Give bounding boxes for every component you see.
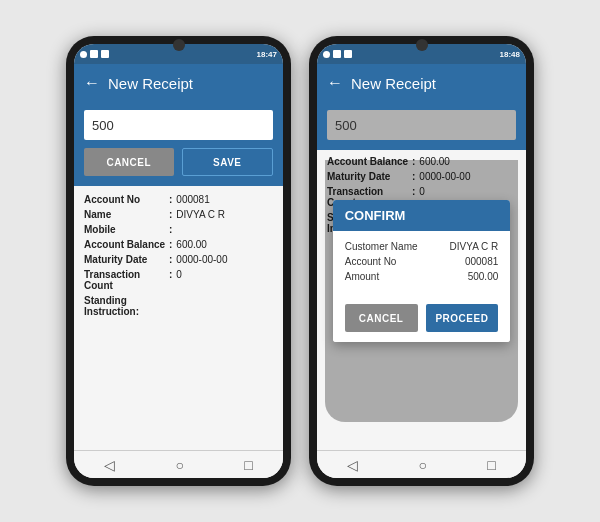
phone2-signal-icon: [323, 51, 330, 58]
account-no-label: Account No: [84, 194, 169, 205]
phone2: 18:48 ← New Receipt 500 Account Balance …: [309, 36, 534, 486]
phone2-back-nav-icon[interactable]: ◁: [347, 457, 358, 473]
phone1-signal-icon: [80, 51, 87, 58]
list-item: Maturity Date : 0000-00-00: [84, 254, 273, 265]
phone1-status-icons-left: [80, 50, 109, 58]
phone1-back-arrow[interactable]: ←: [84, 74, 100, 92]
phone2-recents-nav-icon[interactable]: □: [487, 457, 495, 473]
list-item: Account No : 000081: [84, 194, 273, 205]
phone2-status-icons-left: [323, 50, 352, 58]
txn-count-label: Transaction Count: [84, 269, 169, 291]
confirm-dialog-title: CONFIRM: [333, 200, 511, 231]
phone1-home-nav-icon[interactable]: ○: [176, 457, 184, 473]
phone2-nav-bar: ◁ ○ □: [317, 450, 526, 478]
balance-value: 600.00: [176, 239, 207, 250]
phone2-home-nav-icon[interactable]: ○: [419, 457, 427, 473]
phone1-input-section: CANCEL SAVE: [74, 102, 283, 186]
modal-customer-label: Customer Name: [345, 241, 418, 252]
phone2-amount-value: 500: [335, 118, 357, 133]
phone1-app-header: ← New Receipt: [74, 64, 283, 102]
modal-customer-value: DIVYA C R: [450, 241, 499, 252]
phone2-app-header: ← New Receipt: [317, 64, 526, 102]
phone2-screen-content: 500 Account Balance : 600.00 Maturity Da…: [317, 102, 526, 450]
phone2-app-title: New Receipt: [351, 75, 436, 92]
name-value: DIVYA C R: [176, 209, 225, 220]
modal-account-value: 000081: [465, 256, 498, 267]
phone2-modal-overlay: CONFIRM Customer Name DIVYA C R Account …: [325, 160, 518, 422]
phone1-buttons-row: CANCEL SAVE: [84, 148, 273, 176]
phone2-input-section: 500: [317, 102, 526, 150]
modal-cancel-button[interactable]: CANCEL: [345, 304, 418, 332]
phone2-time: 18:48: [500, 50, 520, 59]
modal-amount-value: 500.00: [468, 271, 499, 282]
phone1-nav-bar: ◁ ○ □: [74, 450, 283, 478]
phone1-screen-content: CANCEL SAVE Account No : 000081 Name : D…: [74, 102, 283, 450]
phone1-cancel-button[interactable]: CANCEL: [84, 148, 174, 176]
list-item: Account Balance : 600.00: [84, 239, 273, 250]
confirm-dialog: CONFIRM Customer Name DIVYA C R Account …: [333, 200, 511, 342]
name-label: Name: [84, 209, 169, 220]
phone1-back-nav-icon[interactable]: ◁: [104, 457, 115, 473]
modal-customer-row: Customer Name DIVYA C R: [345, 241, 499, 252]
standing-instruction-label: Standing Instruction:: [84, 295, 169, 317]
phone1-camera: [173, 39, 185, 51]
list-item: Mobile :: [84, 224, 273, 235]
phone2-back-arrow[interactable]: ←: [327, 74, 343, 92]
mobile-label: Mobile: [84, 224, 169, 235]
phone2-camera: [416, 39, 428, 51]
phone1-amount-input[interactable]: [84, 110, 273, 140]
phone2-status-right: 18:48: [500, 50, 520, 59]
phone1-save-button[interactable]: SAVE: [182, 148, 274, 176]
phone1-recents-nav-icon[interactable]: □: [244, 457, 252, 473]
phone1-time: 18:47: [257, 50, 277, 59]
phone1-info-section: Account No : 000081 Name : DIVYA C R Mob…: [74, 186, 283, 450]
phone1-status-right: 18:47: [257, 50, 277, 59]
phone1-app-icon: [101, 50, 109, 58]
phone2-app-icon: [344, 50, 352, 58]
maturity-value: 0000-00-00: [176, 254, 227, 265]
modal-amount-row: Amount 500.00: [345, 271, 499, 282]
confirm-dialog-body: Customer Name DIVYA C R Account No 00008…: [333, 231, 511, 296]
list-item: Transaction Count : 0: [84, 269, 273, 291]
modal-account-label: Account No: [345, 256, 397, 267]
modal-amount-label: Amount: [345, 271, 379, 282]
balance-label: Account Balance: [84, 239, 169, 250]
phone1: 18:47 ← New Receipt CANCEL SAVE Account …: [66, 36, 291, 486]
phone1-screen: 18:47 ← New Receipt CANCEL SAVE Account …: [74, 44, 283, 478]
modal-account-row: Account No 000081: [345, 256, 499, 267]
maturity-label: Maturity Date: [84, 254, 169, 265]
modal-proceed-button[interactable]: PROCEED: [426, 304, 499, 332]
txn-count-value: 0: [176, 269, 182, 280]
account-no-value: 000081: [176, 194, 209, 205]
phone1-app-title: New Receipt: [108, 75, 193, 92]
list-item: Standing Instruction:: [84, 295, 273, 317]
phone2-screen: 18:48 ← New Receipt 500 Account Balance …: [317, 44, 526, 478]
phone1-wifi-icon: [90, 50, 98, 58]
confirm-dialog-buttons: CANCEL PROCEED: [333, 296, 511, 342]
phone2-amount-display: 500: [327, 110, 516, 140]
phone2-wifi-icon: [333, 50, 341, 58]
list-item: Name : DIVYA C R: [84, 209, 273, 220]
